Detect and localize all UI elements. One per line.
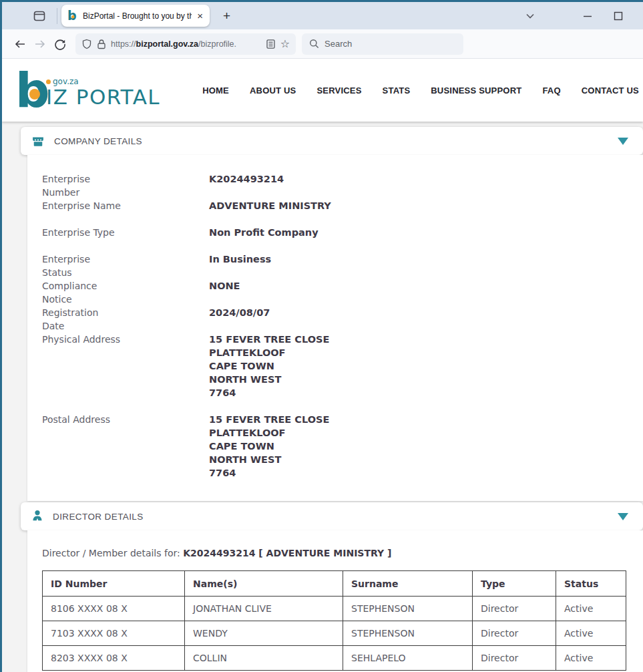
table-cell: WENDY xyxy=(185,621,343,646)
bizportal-b-glyph-icon: b xyxy=(15,69,50,111)
detail-label: Postal Address xyxy=(42,413,209,480)
table-cell: STEPHENSON xyxy=(343,597,473,621)
main-nav: HOMEABOUT USSERVICESSTATSBUSINESS SUPPOR… xyxy=(202,86,639,96)
reader-mode-icon[interactable] xyxy=(266,39,276,49)
new-tab-button[interactable]: + xyxy=(219,9,234,23)
tab-title: BizPortal - Brought to you by th xyxy=(83,11,192,21)
lock-icon[interactable] xyxy=(97,39,106,49)
bizportal-logo[interactable]: b gov.za IZ PORTAL xyxy=(15,69,160,111)
director-person-icon xyxy=(31,510,43,523)
site-header: b gov.za IZ PORTAL HOMEABOUT USSERVICESS… xyxy=(2,59,643,122)
navigation-toolbar: https://bizportal.gov.za/bizprofile. ☆ S… xyxy=(2,29,643,59)
collapse-triangle-icon[interactable] xyxy=(618,513,628,520)
url-domain: bizportal.gov.za xyxy=(136,39,199,49)
table-header-row: ID NumberName(s)SurnameTypeStatus xyxy=(43,571,626,597)
table-cell: STEPHENSON xyxy=(343,621,473,646)
detail-row: Compliance NoticeNONE xyxy=(42,279,630,306)
nav-item-stats[interactable]: STATS xyxy=(383,86,411,96)
collapse-triangle-icon[interactable] xyxy=(618,138,628,145)
detail-row: Enterprise StatusIn Business xyxy=(42,253,630,279)
table-cell: 7103 XXXX 08 X xyxy=(43,621,185,646)
detail-label: Enterprise Number xyxy=(42,172,209,199)
nav-item-faq[interactable]: FAQ xyxy=(542,86,560,96)
search-bar[interactable]: Search xyxy=(302,33,463,55)
search-icon xyxy=(309,39,319,49)
url-path: /bizprofile. xyxy=(198,39,236,49)
table-cell: Active xyxy=(556,621,626,646)
browser-window: b BizPortal - Brought to you by th × + xyxy=(0,0,643,672)
nav-item-about-us[interactable]: ABOUT US xyxy=(250,86,296,96)
director-details-header[interactable]: DIRECTOR DETAILS xyxy=(21,502,643,530)
table-row: 8106 XXXX 08 XJONATHAN CLIVESTEPHENSONDi… xyxy=(43,597,626,621)
table-cell: Director xyxy=(473,597,556,621)
tab-separator xyxy=(57,8,57,24)
director-intro: Director / Member details for: K20244932… xyxy=(42,546,630,560)
forward-icon xyxy=(34,38,46,50)
director-intro-prefix: Director / Member details for: xyxy=(42,548,183,558)
detail-row: Enterprise NumberK2024493214 xyxy=(42,172,630,199)
orange-dot-icon xyxy=(46,79,51,84)
nav-item-home[interactable]: HOME xyxy=(202,86,229,96)
nav-item-business-support[interactable]: BUSINESS SUPPORT xyxy=(431,86,521,96)
nav-item-services[interactable]: SERVICES xyxy=(316,86,361,96)
table-cell: 8106 XXXX 08 X xyxy=(43,597,185,621)
firefox-view-button[interactable] xyxy=(30,7,49,25)
search-placeholder: Search xyxy=(325,39,352,49)
detail-label: Enterprise Status xyxy=(42,253,209,279)
table-cell: Active xyxy=(556,597,626,621)
storefront-icon xyxy=(31,134,45,148)
detail-label: Enterprise Name xyxy=(42,199,209,226)
directors-table: ID NumberName(s)SurnameTypeStatus 8106 X… xyxy=(42,570,626,671)
back-button[interactable] xyxy=(10,34,30,54)
detail-row: Postal Address15 FEVER TREE CLOSE PLATTE… xyxy=(42,413,630,480)
detail-label: Compliance Notice xyxy=(42,279,209,306)
detail-value: Non Profit Company xyxy=(209,226,630,253)
reload-button[interactable] xyxy=(50,34,70,54)
detail-value: 15 FEVER TREE CLOSE PLATTEKLOOF CAPE TOW… xyxy=(209,333,630,399)
shield-icon[interactable] xyxy=(81,39,92,49)
table-cell: Active xyxy=(556,646,626,671)
maximize-icon xyxy=(614,11,623,21)
table-row: 8203 XXXX 08 XCOLLINSEHLAPELODirectorAct… xyxy=(43,646,626,671)
page-content: COMPANY DETAILS Enterprise NumberK202449… xyxy=(2,122,643,672)
bookmark-star-icon[interactable]: ☆ xyxy=(280,39,290,49)
tab-list-button[interactable] xyxy=(520,6,540,26)
tab-close-icon[interactable]: × xyxy=(196,11,204,21)
url-bar[interactable]: https://bizportal.gov.za/bizprofile. ☆ xyxy=(75,33,296,55)
url-text: https://bizportal.gov.za/bizprofile. xyxy=(111,39,261,49)
minimize-button[interactable] xyxy=(578,6,598,26)
reload-icon xyxy=(54,38,66,50)
director-details-panel: Director / Member details for: K20244932… xyxy=(27,530,643,672)
forward-button[interactable] xyxy=(30,34,50,54)
table-row: 7103 XXXX 08 XWENDYSTEPHENSONDirectorAct… xyxy=(43,621,626,646)
minimize-icon xyxy=(583,11,592,21)
director-intro-company: K2024493214 [ ADVENTURE MINISTRY ] xyxy=(183,548,391,558)
nav-item-contact-us[interactable]: CONTACT US xyxy=(582,86,639,96)
detail-label: Registration Date xyxy=(42,306,209,333)
detail-row: Registration Date2024/08/07 xyxy=(42,306,630,333)
table-cell: Director xyxy=(473,646,556,671)
browser-tab[interactable]: b BizPortal - Brought to you by th × xyxy=(61,5,210,27)
detail-row: Enterprise TypeNon Profit Company xyxy=(42,226,630,253)
column-header-name-s-: Name(s) xyxy=(185,571,343,597)
table-cell: 8203 XXXX 08 X xyxy=(43,646,185,671)
logo-text: gov.za IZ PORTAL xyxy=(46,77,160,111)
detail-value: K2024493214 xyxy=(209,172,630,199)
table-cell: COLLIN xyxy=(185,646,343,671)
url-scheme: https:// xyxy=(111,39,136,49)
detail-label: Enterprise Type xyxy=(42,226,209,253)
table-cell: SEHLAPELO xyxy=(343,646,473,671)
detail-value: 15 FEVER TREE CLOSE PLATTEKLOOF CAPE TOW… xyxy=(209,413,630,480)
column-header-type: Type xyxy=(473,571,556,597)
maximize-button[interactable] xyxy=(608,6,628,26)
detail-value: ADVENTURE MINISTRY xyxy=(209,199,630,226)
company-details-header[interactable]: COMPANY DETAILS xyxy=(21,127,643,155)
firefox-view-icon xyxy=(33,9,46,23)
logo-izportal-text: IZ PORTAL xyxy=(46,86,160,108)
section-title: COMPANY DETAILS xyxy=(54,136,142,146)
tab-list-chevron-icon xyxy=(525,11,535,21)
company-details-panel: Enterprise NumberK2024493214Enterprise N… xyxy=(27,155,643,501)
back-icon xyxy=(14,38,26,50)
table-cell: Director xyxy=(473,621,556,646)
detail-row: Physical Address15 FEVER TREE CLOSE PLAT… xyxy=(42,333,630,399)
